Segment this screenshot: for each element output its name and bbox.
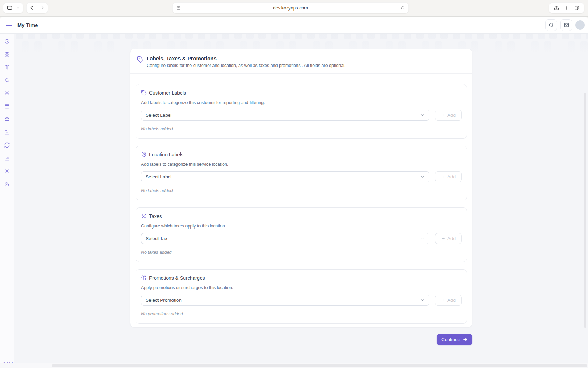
bar-chart-icon [4,155,10,161]
chevron-down-icon [420,113,425,117]
chevron-down-icon[interactable] [16,6,20,10]
add-promotion-button[interactable]: Add [435,295,462,306]
gift-icon [141,275,147,281]
sidebar-item-time[interactable] [2,36,12,46]
empty-state-text: No labels added [141,127,462,131]
card-subtitle: Configure labels for the customer and lo… [147,63,345,68]
plus-icon [441,175,446,179]
select-placeholder: Select Label [146,174,420,179]
new-tab-icon[interactable] [564,5,569,11]
menu-icon[interactable] [6,23,12,27]
add-button-label: Add [447,236,456,241]
tag-icon [137,56,144,63]
arrow-right-icon [463,337,468,342]
promotion-select[interactable]: Select Promotion [141,295,429,306]
location-labels-section: Location Labels Add labels to categorize… [136,146,467,200]
folder-plus-icon [4,129,10,135]
empty-state-text: No promotions added [141,312,462,316]
gear-icon [4,90,10,96]
card-header: Labels, Taxes & Promotions Configure lab… [130,49,472,74]
refresh-icon[interactable] [400,6,405,10]
app-header: My Time [0,17,588,34]
continue-button[interactable]: Continue [437,334,472,345]
sidebar-item-settings-1[interactable] [2,88,12,98]
user-settings-icon [4,181,10,187]
plus-icon [441,236,446,241]
section-description: Add labels to categorize this customer f… [141,100,462,105]
page-title: My Time [18,22,38,28]
share-icon[interactable] [554,5,559,11]
web-page: My Time [0,17,588,368]
add-button-label: Add [447,174,456,179]
avatar[interactable] [575,20,585,30]
sidebar-item-map[interactable] [2,62,12,72]
tab-overview-icon[interactable] [574,5,580,11]
apps-grid-icon [4,51,10,57]
url-text: dev.kozyops.com [173,5,408,11]
horizontal-scrollbar-thumb[interactable] [52,364,587,367]
browser-toolbar: dev.kozyops.com [0,0,588,17]
location-label-select[interactable]: Select Label [141,171,429,182]
map-icon [4,64,10,70]
empty-state-text: No labels added [141,188,462,193]
continue-button-label: Continue [441,337,460,342]
add-button-label: Add [447,298,456,303]
sidebar-item-settings-2[interactable] [2,166,12,176]
add-customer-label-button[interactable]: Add [435,110,462,121]
percent-icon [141,213,147,219]
sidebar-toggle-group [3,2,23,13]
select-placeholder: Select Tax [146,236,420,241]
section-title: Customer Labels [149,90,186,96]
sync-icon [4,142,10,148]
horizontal-scrollbar-track [0,363,588,368]
sidebar-item-wallet[interactable] [2,101,12,111]
nav-separator [37,5,37,11]
clock-icon [4,38,10,45]
taxes-section: Taxes Configure which taxes apply to thi… [136,207,467,262]
sidebar: v3.24.1 [0,34,14,368]
sidebar-item-apps[interactable] [2,49,12,59]
vertical-scrollbar-thumb[interactable] [584,93,586,328]
nav-buttons-group [26,2,48,13]
chevron-down-icon [420,175,425,179]
section-description: Add labels to categorize this service lo… [141,162,462,167]
sidebar-item-vehicles[interactable] [2,114,12,124]
section-title: Promotions & Surcharges [149,275,205,281]
promotions-section: Promotions & Surcharges Apply promotions… [136,269,467,324]
select-placeholder: Select Promotion [146,298,420,303]
add-tax-button[interactable]: Add [435,233,462,244]
card-title: Labels, Taxes & Promotions [147,55,345,61]
sidebar-item-reports[interactable] [2,153,12,163]
select-placeholder: Select Label [146,113,420,118]
sidebar-toggle-icon[interactable] [7,5,13,11]
sidebar-item-team[interactable] [2,179,12,189]
forward-icon[interactable] [40,5,45,11]
page-icon[interactable] [176,6,181,11]
plus-icon [441,298,446,302]
sidebar-item-files[interactable] [2,127,12,137]
sidebar-item-sync[interactable] [2,140,12,150]
back-icon[interactable] [29,5,34,11]
address-bar[interactable]: dev.kozyops.com [172,2,409,13]
section-description: Configure which taxes apply to this loca… [141,224,462,229]
search-icon [4,77,10,83]
add-button-label: Add [447,113,456,118]
main-content: Labels, Taxes & Promotions Configure lab… [14,34,588,368]
search-button[interactable] [545,19,557,31]
sidebar-item-search[interactable] [2,75,12,85]
window-buttons-group [549,2,584,13]
labels-taxes-promotions-card: Labels, Taxes & Promotions Configure lab… [130,49,472,327]
plus-icon [441,113,446,117]
chevron-down-icon [420,236,425,241]
empty-state-text: No taxes added [141,250,462,255]
settings-icon [4,168,10,174]
chevron-down-icon [420,298,425,302]
customer-labels-section: Customer Labels Add labels to categorize… [136,84,467,139]
car-icon [4,116,10,122]
tag-icon [141,90,147,96]
tax-select[interactable]: Select Tax [141,233,429,244]
search-icon [548,22,554,28]
customer-label-select[interactable]: Select Label [141,110,429,121]
mail-button[interactable] [560,19,572,31]
add-location-label-button[interactable]: Add [435,171,462,182]
